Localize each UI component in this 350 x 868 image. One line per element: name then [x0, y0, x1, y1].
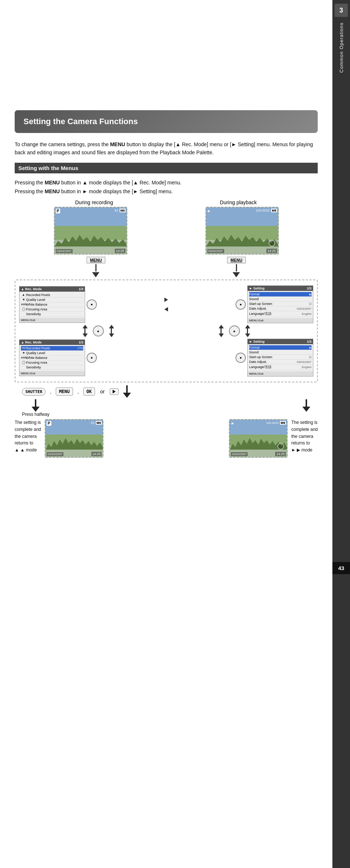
- shutter-shaft: [35, 399, 36, 407]
- icon-quality: ★: [21, 298, 26, 301]
- arrow-left: [164, 307, 168, 311]
- sidebar: 3 Common Operations 43: [332, 0, 350, 868]
- controls-line: SHUTTER , MENU , OK or: [22, 385, 318, 398]
- right-nav-group: ●: [219, 325, 250, 337]
- left-nav-group: ●: [83, 325, 114, 337]
- comma-separator: ,: [50, 389, 51, 395]
- final-counter-r: 100-0033: [266, 421, 278, 425]
- diagram-container: During recording During playback P 33 ▮▮…: [15, 199, 318, 458]
- rec-mode-menu-2-items: 7M Recorded Pixels [7M] ★ Quality Level …: [19, 345, 85, 371]
- cam-bottom-info-play: 03/03/2007 14:25: [207, 249, 277, 253]
- text-2-lang: Language/言語: [249, 365, 302, 370]
- right-menu-arrow: MENU: [227, 257, 245, 277]
- cam-joystick: [269, 240, 275, 246]
- shutter-arrow-group: Press halfway: [22, 399, 50, 417]
- menu-label-left: MENU: [87, 257, 105, 263]
- final-overlay-top-l: P 33 ▮▮▮: [47, 421, 102, 426]
- press-halfway-section: Press halfway: [15, 399, 318, 417]
- menu-bold-1: MENU: [45, 180, 60, 186]
- final-battery-r: ▮▮▮: [280, 421, 286, 425]
- icon-wb: AWB: [21, 303, 26, 306]
- final-left-l1: The setting is: [15, 420, 41, 425]
- menu-item-2-ql: ★ Quality Level: [21, 351, 83, 356]
- final-time-r: 14:25: [275, 452, 286, 456]
- right-nav-menu-2: ● ► Setting 1/3 Format ▶ Soun: [236, 339, 313, 377]
- final-play-screen: ► 100-0033 ▮▮▮ 03/03/2007 14:25: [229, 419, 288, 458]
- rec-mode-menu-2-header: ▲ Rec. Mode 1/3: [19, 340, 85, 345]
- final-rec-screen-inner: P 33 ▮▮▮ 03/03/2007 14:25: [45, 420, 103, 457]
- final-play-screen-inner: ► 100-0033 ▮▮▮ 03/03/2007 14:25: [230, 420, 287, 457]
- rec-mode-page: 1/3: [79, 287, 83, 291]
- rec-mode-2-page: 1/3: [79, 341, 83, 344]
- final-section-left: The setting is complete and the camera r…: [15, 419, 151, 458]
- final-top-right-r: 100-0033 ▮▮▮: [266, 421, 286, 425]
- v-arrows-section: ● ●: [19, 325, 313, 337]
- menu-item-quality: ★ Quality Level: [21, 298, 83, 302]
- menu-item-lang: Language/言語 English: [249, 311, 311, 317]
- cam-overlay-top: P 33 ▮▮▮: [56, 209, 125, 213]
- left-nav-menu-2: ▲ Rec. Mode 1/3 7M Recorded Pixels [7M] …: [19, 339, 97, 376]
- arr-shaft-left-1: [84, 328, 85, 334]
- rec-icon-intro: ▲: [175, 141, 181, 147]
- final-right-l3: the camera: [291, 434, 313, 439]
- cam-overlay-top-play: ► 100-0033 ▮▮▮: [207, 209, 277, 213]
- cam-battery: ▮▮▮: [120, 209, 125, 212]
- sub-section-header: Setting with the Menus: [15, 163, 318, 173]
- rec-mode-menu-1-footer: MENU Exit: [19, 318, 85, 323]
- text-sound: Sound: [249, 297, 311, 301]
- setting-2-page: 1/3: [307, 340, 311, 343]
- menu-item-date: Date Adjust. 03/03/2007: [249, 306, 311, 311]
- val-2-rp: [7M]: [77, 346, 83, 350]
- big-arrow-shaft-2: [306, 399, 307, 407]
- chapter-number: 3: [335, 4, 348, 17]
- setting-menu-2: ► Setting 1/3 Format ▶ Sound: [247, 339, 313, 377]
- arr-shaft-right-2: [247, 328, 248, 334]
- menu-item-2-startup: Start-up Screen ☑: [249, 355, 311, 360]
- final-right-l1: The setting is: [291, 420, 317, 425]
- cam-counter-play: 100-0033: [255, 209, 269, 212]
- first-menu-row: ▲ Rec. Mode 1/3 ▲ Recorded Pixels ★ Qual…: [19, 285, 313, 323]
- menu-item-2-lang: Language/言語 English: [249, 364, 311, 370]
- nav-icon-lower-left: ●: [87, 353, 97, 363]
- shutter-button: SHUTTER: [22, 388, 45, 396]
- text-format: Format: [249, 292, 309, 296]
- second-menu-row: ▲ Rec. Mode 1/3 7M Recorded Pixels [7M] …: [19, 339, 313, 377]
- final-left-l3: the camera: [15, 434, 37, 439]
- cam-counter: 33: [114, 209, 118, 212]
- val-2-lang: English: [302, 365, 311, 369]
- final-top-right-l: 33 ▮▮▮: [91, 421, 102, 425]
- icon-2-rp: 7M: [21, 346, 26, 350]
- cam-top-right-play: 100-0033 ▮▮▮: [255, 209, 277, 212]
- footer-2-menu: MENU: [21, 372, 30, 375]
- tree-silhouette-2: [206, 232, 278, 246]
- arr-up-left-1: [83, 325, 88, 328]
- setting-footer-exit: Exit: [259, 319, 263, 322]
- setting-page: 1/3: [307, 287, 311, 290]
- final-right-l2: complete and: [291, 427, 318, 432]
- big-arrow-head-1: [123, 393, 131, 398]
- setting-icon-intro: ►: [231, 141, 237, 147]
- menu-item-2-rp: 7M Recorded Pixels [7M]: [21, 346, 83, 351]
- menu-item-2-wb: AWB White Balance: [21, 356, 83, 360]
- setting-2-header-label: ► Setting: [249, 340, 265, 343]
- setting-footer-menu: MENU: [249, 319, 258, 322]
- icon-recorded-pixels: ▲: [21, 293, 26, 296]
- menu-item-2-fa: ◯ Focusing Area: [21, 360, 83, 365]
- sub-section-title: Setting with the Menus: [18, 165, 78, 171]
- setting-menu-1-header: ► Setting 1/3: [248, 286, 313, 291]
- menu-label-right: MENU: [227, 257, 245, 263]
- arrow-right: [164, 298, 168, 302]
- footer-2-exit: Exit: [30, 372, 35, 375]
- arr-down-right-2: [245, 334, 250, 337]
- v-arrows-right-2: [245, 325, 250, 337]
- tree-3: [45, 435, 103, 450]
- left-nav-and-menu: ▲ Rec. Mode 1/3 ▲ Recorded Pixels ★ Qual…: [19, 286, 97, 323]
- text-2-fa: Focusing Area: [26, 361, 83, 364]
- rec-mode-menu-2: ▲ Rec. Mode 1/3 7M Recorded Pixels [7M] …: [19, 339, 85, 376]
- ok-button-control: OK: [83, 388, 95, 396]
- nav-icon-center-right: ●: [229, 325, 240, 336]
- comma-2: ,: [77, 389, 79, 395]
- rec-mode-header-label: ▲ Rec. Mode: [21, 287, 41, 291]
- final-battery-l: ▮▮▮: [96, 421, 102, 425]
- press-halfway-label: Press halfway: [22, 412, 50, 417]
